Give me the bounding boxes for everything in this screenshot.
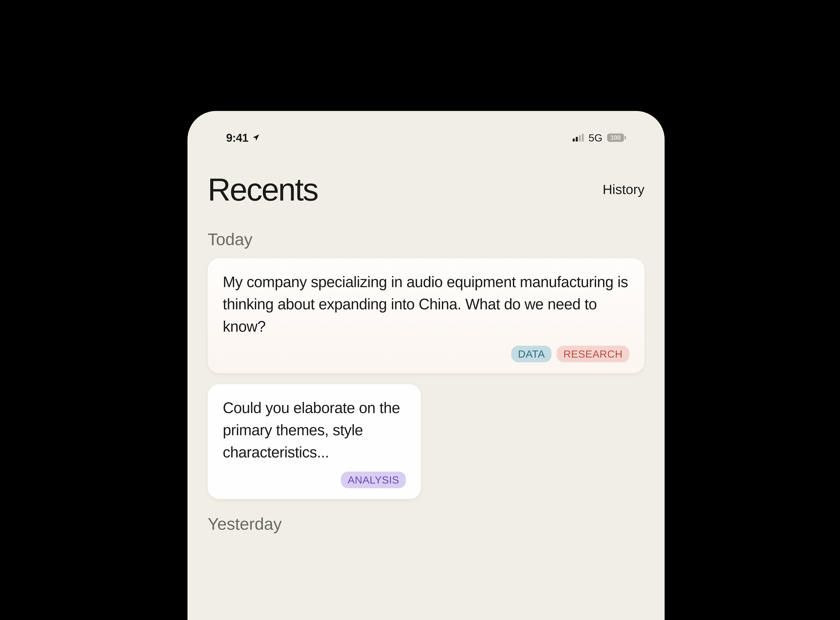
- signal-icon: [573, 134, 584, 141]
- section-title-today: Today: [208, 230, 645, 249]
- recent-card[interactable]: My company specializing in audio equipme…: [208, 258, 645, 373]
- phone-screen: 9:41 5G 100 Recents: [188, 111, 664, 620]
- location-icon: [252, 134, 260, 142]
- tag-analysis: ANALYSIS: [341, 471, 406, 488]
- section-yesterday: Yesterday: [188, 514, 664, 534]
- status-right: 5G 100: [573, 132, 626, 144]
- card-tags: ANALYSIS: [223, 471, 406, 488]
- status-bar: 9:41 5G 100: [188, 111, 664, 154]
- page-title: Recents: [208, 171, 318, 208]
- status-left: 9:41: [226, 131, 260, 144]
- status-time: 9:41: [226, 131, 248, 144]
- history-link[interactable]: History: [603, 182, 645, 197]
- card-tags: DATA RESEARCH: [223, 346, 629, 362]
- recent-card[interactable]: Could you elaborate on the primary theme…: [208, 384, 421, 499]
- section-today: Today My company specializing in audio e…: [188, 230, 664, 499]
- section-title-yesterday: Yesterday: [208, 514, 645, 534]
- page-header: Recents History: [188, 154, 664, 215]
- battery-icon: 100: [607, 134, 626, 142]
- network-label: 5G: [588, 132, 603, 144]
- battery-level: 100: [610, 134, 621, 141]
- card-text: Could you elaborate on the primary theme…: [223, 397, 406, 463]
- tag-data: DATA: [511, 346, 552, 362]
- tag-research: RESEARCH: [556, 346, 629, 362]
- card-text: My company specializing in audio equipme…: [223, 271, 629, 337]
